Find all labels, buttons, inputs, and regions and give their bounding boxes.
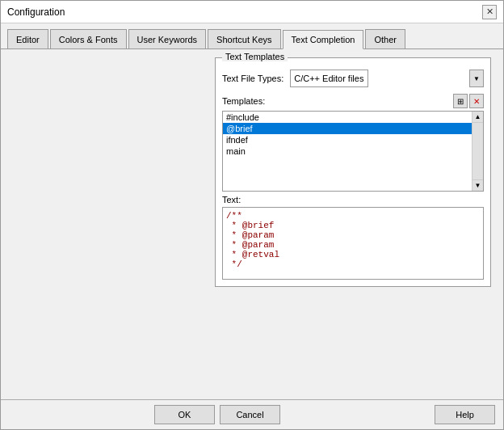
file-types-label: Text File Types: [222, 74, 284, 83]
scroll-down-icon[interactable]: ▼ [472, 179, 484, 191]
content-area: Text Templates Text File Types: C/C++ Ed… [1, 49, 503, 399]
tab-editor[interactable]: Editor [7, 29, 48, 48]
templates-section: Templates: ⊞ ✕ #include @brief ifndef ma… [222, 94, 484, 192]
file-types-row: Text File Types: C/C++ Editor files ▼ [222, 70, 484, 87]
left-spacer [13, 57, 207, 391]
text-section: Text: /** * @brief * @param * @param * @… [222, 195, 484, 280]
text-templates-group: Text Templates Text File Types: C/C++ Ed… [215, 57, 491, 287]
templates-header: Templates: ⊞ ✕ [222, 94, 484, 108]
text-content-display: /** * @brief * @param * @param * @retval… [222, 207, 484, 280]
dropdown-arrow-icon: ▼ [469, 70, 484, 87]
tab-user-keywords[interactable]: User Keywords [128, 29, 207, 48]
help-button[interactable]: Help [435, 405, 495, 424]
main-panel: Text Templates Text File Types: C/C++ Ed… [13, 57, 491, 391]
templates-label: Templates: [222, 96, 265, 106]
template-item-ifndef[interactable]: ifndef [223, 134, 483, 145]
scrollbar[interactable]: ▲ ▼ [472, 112, 483, 191]
configuration-window: Configuration ✕ Editor Colors & Fonts Us… [0, 0, 504, 430]
template-item-include[interactable]: #include [223, 112, 483, 123]
tab-colors-fonts[interactable]: Colors & Fonts [50, 29, 127, 48]
template-item-brief[interactable]: @brief [223, 123, 483, 134]
add-template-button[interactable]: ⊞ [453, 94, 468, 108]
scroll-up-icon[interactable]: ▲ [472, 112, 484, 123]
tab-text-completion[interactable]: Text Completion [283, 30, 364, 49]
bottom-buttons-bar: OK Cancel Help [1, 399, 503, 429]
templates-list[interactable]: #include @brief ifndef main ▲ ▼ [222, 111, 484, 192]
tab-other[interactable]: Other [365, 29, 405, 48]
tab-bar: Editor Colors & Fonts User Keywords Shor… [1, 23, 503, 49]
delete-template-button[interactable]: ✕ [469, 94, 484, 108]
close-button[interactable]: ✕ [482, 5, 497, 19]
template-item-main[interactable]: main [223, 145, 483, 157]
tab-shortcut-keys[interactable]: Shortcut Keys [208, 29, 280, 48]
file-types-select-wrapper: C/C++ Editor files ▼ [290, 70, 484, 87]
ok-button[interactable]: OK [154, 405, 215, 424]
center-buttons: OK Cancel [154, 405, 280, 424]
cancel-button[interactable]: Cancel [220, 405, 280, 424]
title-bar: Configuration ✕ [1, 1, 503, 23]
window-title: Configuration [7, 6, 65, 18]
right-panel: Text Templates Text File Types: C/C++ Ed… [215, 57, 491, 391]
group-box-title: Text Templates [222, 52, 288, 61]
file-types-select[interactable]: C/C++ Editor files [290, 70, 368, 87]
text-label: Text: [222, 195, 484, 204]
templates-buttons: ⊞ ✕ [453, 94, 484, 108]
